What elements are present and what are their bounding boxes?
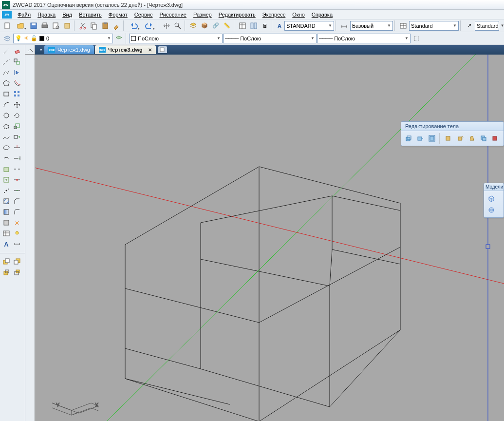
polygon-button[interactable] bbox=[1, 78, 12, 89]
save-button[interactable] bbox=[28, 20, 39, 31]
extrude-face-button[interactable] bbox=[403, 133, 414, 144]
menu-insert[interactable]: Вставить bbox=[76, 11, 105, 19]
trim-button[interactable] bbox=[12, 142, 22, 153]
array-button[interactable] bbox=[12, 89, 22, 99]
layer-combo[interactable]: 💡 ☀ 🔓 0 ▼ bbox=[13, 34, 113, 43]
delete-face-button[interactable] bbox=[443, 133, 454, 144]
text-style-combo[interactable]: STANDARD▼ bbox=[284, 21, 334, 31]
menu-edit[interactable]: Правка bbox=[35, 11, 58, 19]
menu-view[interactable]: Вид bbox=[59, 11, 75, 19]
make-block-button[interactable] bbox=[1, 174, 12, 185]
layer-prev-button[interactable] bbox=[113, 33, 124, 44]
taper-face-button[interactable] bbox=[467, 133, 477, 144]
region-button[interactable] bbox=[1, 217, 12, 228]
rotate-button[interactable] bbox=[12, 110, 22, 121]
block-button[interactable]: 📦 bbox=[199, 20, 210, 31]
color-face-button[interactable] bbox=[490, 133, 501, 144]
circle-button[interactable] bbox=[1, 110, 12, 121]
offset-button[interactable] bbox=[12, 78, 22, 89]
point-button[interactable] bbox=[1, 185, 12, 196]
print-button[interactable] bbox=[39, 20, 50, 31]
undo-button[interactable] bbox=[127, 20, 141, 31]
publish-button[interactable] bbox=[62, 20, 73, 31]
menu-help[interactable]: Справка bbox=[309, 11, 336, 19]
ellipse-arc-button[interactable] bbox=[1, 153, 12, 164]
modeling-panel[interactable]: Модели bbox=[484, 183, 504, 218]
copy-face-button[interactable] bbox=[478, 133, 489, 144]
menu-dimension[interactable]: Размер bbox=[190, 11, 215, 19]
send-under-button[interactable] bbox=[12, 267, 22, 278]
lineweight-combo[interactable]: ──── ПоСлою▼ bbox=[317, 34, 411, 43]
color-combo[interactable]: ПоСлою▼ bbox=[129, 34, 223, 43]
menu-tools[interactable]: Сервис bbox=[131, 11, 156, 19]
table-style-combo[interactable]: Standard▼ bbox=[409, 21, 459, 31]
gradient-button[interactable] bbox=[1, 207, 12, 217]
design-center-button[interactable] bbox=[248, 20, 259, 31]
stretch-button[interactable] bbox=[12, 132, 22, 142]
app-menu-icon[interactable]: zw bbox=[2, 11, 12, 19]
viewport[interactable]: Y X bbox=[35, 55, 504, 421]
send-back-button[interactable] bbox=[12, 256, 22, 267]
bring-front-button[interactable] bbox=[1, 256, 12, 267]
menu-express[interactable]: Экспресс bbox=[260, 11, 289, 19]
move-button[interactable] bbox=[12, 99, 22, 110]
box-button[interactable] bbox=[486, 193, 497, 204]
zoom-realtime-button[interactable] bbox=[172, 20, 183, 31]
paste-button[interactable] bbox=[100, 20, 111, 31]
cut-button[interactable] bbox=[77, 20, 88, 31]
table-button[interactable] bbox=[1, 228, 12, 239]
solid-editing-panel[interactable]: Редактирование тела bbox=[401, 121, 504, 146]
close-icon[interactable]: ✕ bbox=[148, 47, 152, 53]
hatch-button[interactable] bbox=[1, 196, 12, 207]
linetype-combo[interactable]: ──── ПоСлою▼ bbox=[223, 34, 317, 43]
xref-button[interactable]: 🔗 bbox=[210, 20, 221, 31]
arc-button[interactable] bbox=[1, 99, 12, 110]
mtext-button[interactable]: A bbox=[1, 239, 12, 249]
pan-button[interactable] bbox=[161, 20, 172, 31]
move-face-button[interactable] bbox=[415, 133, 426, 144]
bring-above-button[interactable] bbox=[1, 267, 12, 278]
redo-button[interactable] bbox=[142, 20, 156, 31]
new-tab-button[interactable] bbox=[158, 46, 167, 53]
break-button[interactable] bbox=[12, 164, 22, 174]
line-button[interactable] bbox=[1, 46, 12, 57]
erase-button[interactable] bbox=[12, 46, 22, 57]
doc-tab-1[interactable]: dwg Чертеж1.dwg bbox=[44, 45, 94, 54]
tab-scroll-left[interactable]: ▾ bbox=[38, 47, 44, 52]
fillet-button[interactable] bbox=[12, 207, 22, 217]
menu-modify[interactable]: Редактировать bbox=[216, 11, 259, 19]
menu-format[interactable]: Формат bbox=[106, 11, 131, 19]
rotate-face-button[interactable] bbox=[455, 133, 466, 144]
insert-block-button[interactable] bbox=[1, 164, 12, 174]
copy-obj-button[interactable] bbox=[12, 57, 22, 67]
menu-file[interactable]: Файл bbox=[15, 11, 34, 19]
revcloud-button[interactable] bbox=[1, 121, 12, 132]
dimension-button[interactable] bbox=[12, 239, 22, 249]
menu-window[interactable]: Окно bbox=[289, 11, 308, 19]
dim-style-combo[interactable]: Базовый▼ bbox=[350, 21, 393, 31]
spline-button[interactable] bbox=[1, 132, 12, 142]
properties-button[interactable] bbox=[237, 20, 248, 31]
explode-button[interactable] bbox=[12, 217, 22, 228]
copy-button[interactable] bbox=[89, 20, 99, 31]
print-preview-button[interactable] bbox=[51, 20, 61, 31]
break-at-point-button[interactable] bbox=[12, 174, 22, 185]
menu-draw[interactable]: Рисование bbox=[157, 11, 189, 19]
ellipse-button[interactable] bbox=[1, 142, 12, 153]
sphere-button[interactable] bbox=[486, 205, 497, 215]
rectangle-button[interactable] bbox=[1, 89, 12, 99]
chamfer-button[interactable] bbox=[12, 196, 22, 207]
calc-button[interactable]: 🖩 bbox=[260, 20, 270, 31]
open-button[interactable] bbox=[13, 20, 28, 31]
xline-button[interactable] bbox=[1, 57, 12, 67]
isolate-button[interactable]: ⬚ bbox=[411, 33, 422, 44]
doc-tab-2[interactable]: dwg Чертеж3.dwg ✕ bbox=[95, 45, 156, 54]
extend-button[interactable] bbox=[12, 153, 22, 164]
mleader-style-combo[interactable]: Standard▼ bbox=[475, 21, 499, 31]
offset-face-button[interactable] bbox=[427, 133, 437, 144]
light-button[interactable] bbox=[12, 228, 22, 239]
layer-manager-button[interactable] bbox=[2, 33, 13, 44]
layer-props-button[interactable] bbox=[188, 20, 199, 31]
polyline-button[interactable] bbox=[1, 67, 12, 78]
mirror-button[interactable] bbox=[12, 67, 22, 78]
